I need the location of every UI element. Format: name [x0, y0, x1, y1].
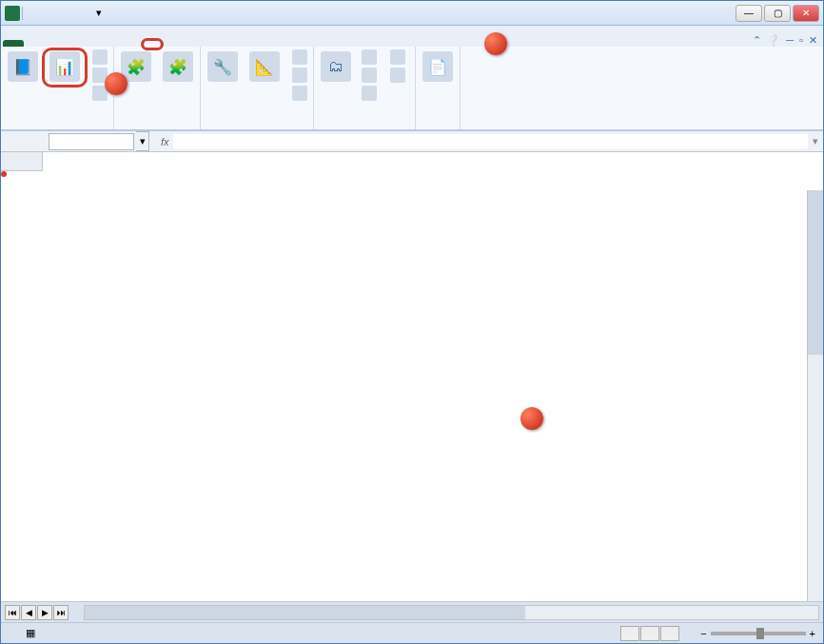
insert-control-icon: 🔧	[207, 51, 238, 82]
design-mode-button[interactable]: 📐	[245, 49, 284, 87]
xml-export-button	[386, 67, 413, 84]
document-panel-button[interactable]: 📄	[418, 49, 458, 87]
doc-panel-icon: 📄	[422, 51, 453, 82]
macros-icon: 📊	[49, 51, 80, 82]
tab-abbyy[interactable]	[195, 40, 212, 47]
macro-security-button[interactable]	[88, 85, 111, 102]
group-modify-label	[418, 126, 458, 127]
dialog-icon	[292, 86, 307, 101]
undo-button[interactable]	[52, 5, 69, 22]
sheet-nav-last[interactable]: ⏭	[53, 605, 69, 620]
relref-icon	[92, 68, 108, 83]
horizontal-scrollbar[interactable]	[84, 605, 819, 620]
name-box[interactable]	[49, 133, 134, 150]
sheet-nav-first[interactable]: ⏮	[5, 605, 20, 620]
doc-restore-icon[interactable]: ▫	[799, 34, 803, 47]
properties-button[interactable]	[288, 49, 311, 66]
group-code-label	[3, 126, 111, 127]
tab-formulas[interactable]	[75, 40, 92, 47]
export-icon	[390, 68, 405, 83]
view-code-button[interactable]	[288, 67, 311, 84]
com-addins-button[interactable]: 🧩	[158, 49, 198, 87]
record-macro-button[interactable]	[88, 49, 111, 66]
security-icon	[92, 86, 108, 101]
selection-highlight	[1, 171, 7, 177]
record-icon	[92, 49, 108, 65]
mapprops-icon	[362, 49, 377, 65]
refresh-icon	[362, 86, 377, 101]
visual-basic-button[interactable]: 📘	[3, 49, 43, 87]
run-dialog-button[interactable]	[288, 85, 311, 102]
addins-button[interactable]: 🧩	[116, 49, 156, 87]
tab-view[interactable]	[127, 40, 144, 47]
tab-addins[interactable]	[161, 40, 178, 47]
vscroll-thumb[interactable]	[808, 190, 823, 355]
vb-icon: 📘	[8, 51, 38, 82]
minimize-ribbon-icon[interactable]: ⌃	[753, 34, 761, 47]
com-addins-icon: 🧩	[163, 51, 193, 82]
view-pagebreak-button[interactable]	[660, 626, 679, 641]
group-addins-label	[116, 126, 198, 127]
xml-import-button[interactable]	[386, 49, 413, 66]
zoom-slider[interactable]	[711, 632, 806, 635]
insert-control-button[interactable]: 🔧	[203, 49, 243, 87]
sheet-nav-prev[interactable]: ◀	[21, 605, 36, 620]
vertical-scrollbar[interactable]	[807, 190, 823, 601]
import-icon	[390, 49, 405, 65]
formula-bar[interactable]	[173, 134, 808, 149]
addins-icon: 🧩	[121, 51, 151, 82]
xml-expansion	[358, 67, 384, 84]
close-button[interactable]: ✕	[793, 5, 819, 22]
expand-formula-bar[interactable]: ▾	[808, 135, 823, 147]
group-xml-label	[316, 126, 413, 127]
zoom-out-button[interactable]: −	[700, 628, 706, 639]
doc-min-icon[interactable]: ─	[786, 34, 794, 47]
select-all-corner[interactable]	[1, 152, 43, 171]
excel-icon	[5, 6, 20, 21]
zoom-in-button[interactable]: +	[810, 628, 815, 639]
tab-layout[interactable]	[58, 40, 75, 47]
zoom-thumb[interactable]	[756, 628, 764, 639]
view-layout-button[interactable]	[640, 626, 659, 641]
tab-home[interactable]	[24, 40, 41, 47]
relative-refs-button[interactable]	[88, 67, 111, 84]
tab-insert[interactable]	[41, 40, 58, 47]
fx-icon[interactable]: fx	[161, 136, 169, 147]
group-controls-label	[203, 126, 311, 127]
maximize-button[interactable]: ▢	[764, 5, 791, 22]
doc-close-icon[interactable]: ✕	[809, 34, 817, 47]
props-icon	[292, 49, 307, 65]
save-button[interactable]	[33, 5, 50, 22]
tab-developer[interactable]	[144, 40, 161, 48]
xml-source-button[interactable]: 🗂	[316, 49, 356, 87]
xml-source-icon: 🗂	[321, 51, 351, 82]
namebox-dropdown[interactable]: ▾	[136, 131, 149, 151]
expansion-icon	[362, 68, 377, 83]
xml-refresh	[358, 85, 384, 102]
tab-file[interactable]	[3, 40, 24, 47]
minimize-button[interactable]: —	[736, 5, 762, 22]
redo-button[interactable]	[71, 5, 88, 22]
sheet-nav-next[interactable]: ▶	[37, 605, 52, 620]
tab-data[interactable]	[92, 40, 109, 47]
xml-map-props	[358, 49, 384, 66]
design-icon: 📐	[249, 51, 280, 82]
macros-button[interactable]: 📊	[45, 49, 85, 87]
help-icon[interactable]: ❔	[767, 34, 780, 47]
qat-separator	[22, 7, 31, 20]
qat-customize[interactable]: ▾	[90, 5, 108, 22]
tab-foxit[interactable]	[178, 40, 195, 47]
view-normal-button[interactable]	[620, 626, 639, 641]
code-icon	[292, 68, 307, 83]
status-macro-icon[interactable]: ▦	[26, 627, 35, 639]
hscroll-thumb[interactable]	[85, 606, 525, 619]
tab-review[interactable]	[109, 40, 127, 47]
